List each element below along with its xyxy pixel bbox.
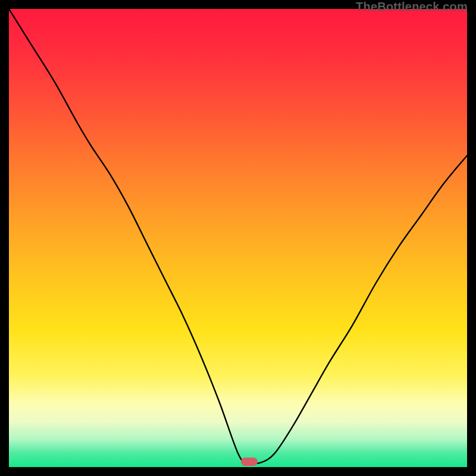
chart-frame: TheBottleneck.com [0, 0, 476, 476]
watermark-label: TheBottleneck.com [356, 0, 468, 14]
bottleneck-curve [9, 9, 467, 467]
optimum-marker-icon [241, 458, 258, 466]
plot-area [9, 9, 467, 467]
